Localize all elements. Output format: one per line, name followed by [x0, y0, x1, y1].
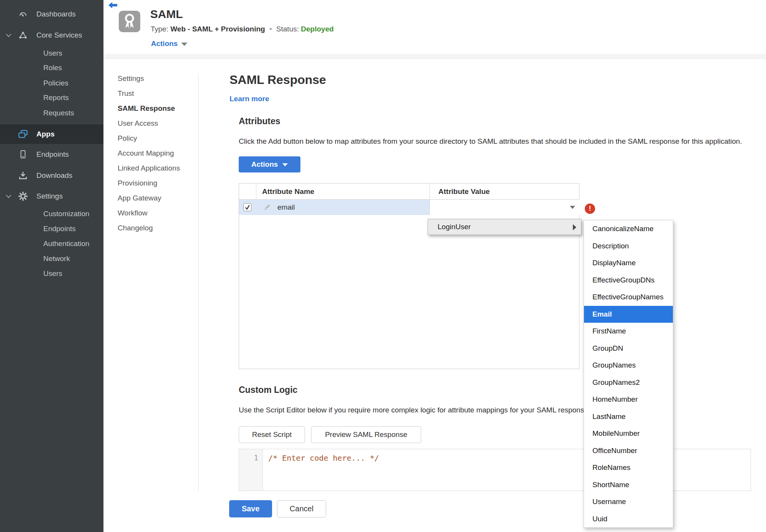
chevron-down-icon [6, 32, 11, 37]
sidebar-item-customization[interactable]: Customization [0, 206, 103, 222]
subnav-user-access[interactable]: User Access [118, 116, 180, 131]
custom-logic-heading: Custom Logic [239, 385, 297, 395]
page-title: SAML Response [230, 73, 326, 87]
app-title: SAML [150, 8, 183, 21]
option-description[interactable]: Description [584, 238, 673, 255]
sidebar-label-endpoints: Endpoints [36, 150, 69, 159]
subnav-provisioning[interactable]: Provisioning [118, 176, 180, 190]
save-button[interactable]: Save [229, 500, 272, 517]
header-actions-menu[interactable]: Actions [151, 39, 187, 48]
option-email[interactable]: Email [584, 306, 673, 323]
attribute-options-menu: CanonicalizeName Description DisplayName… [584, 220, 673, 528]
subnav-account-mapping[interactable]: Account Mapping [118, 146, 180, 161]
type-label: Type: [151, 25, 168, 33]
learn-more-link[interactable]: Learn more [230, 95, 269, 103]
edit-pencil-icon[interactable] [263, 203, 271, 213]
option-officenumber[interactable]: OfficeNumber [584, 442, 673, 460]
sidebar-item-endpoints[interactable]: Endpoints [0, 147, 103, 162]
sidebar-label-settings: Settings [36, 192, 63, 200]
chevron-right-icon [573, 224, 576, 230]
option-groupnames2[interactable]: GroupNames2 [584, 374, 673, 391]
sidebar-item-users[interactable]: Users [0, 46, 103, 61]
meta-separator: • [267, 25, 274, 33]
attributes-actions-button[interactable]: Actions [239, 156, 300, 172]
sidebar: Dashboards Core Services Users Roles Pol… [0, 0, 103, 532]
row-checkbox[interactable] [243, 203, 251, 211]
option-firstname[interactable]: FirstName [584, 323, 673, 340]
attributes-heading: Attributes [239, 116, 280, 126]
chevron-down-icon [181, 43, 187, 46]
option-effectivegroupdns[interactable]: EffectiveGroupDNs [584, 272, 673, 289]
header-divider [103, 54, 766, 59]
dropdown-loginuser-item[interactable]: LoginUser [428, 219, 581, 235]
content-divider [198, 75, 198, 491]
sidebar-item-policies[interactable]: Policies [0, 76, 103, 91]
sidebar-item-downloads[interactable]: Downloads [0, 168, 103, 183]
script-editor[interactable]: 1 /* Enter code here... */ [239, 449, 751, 491]
option-uuid[interactable]: Uuid [584, 511, 673, 528]
attribute-value-dropdown[interactable] [430, 200, 580, 215]
apps-icon [18, 129, 28, 140]
core-services-icon [18, 30, 28, 41]
status-badge: Deployed [301, 25, 334, 33]
option-effectivegroupnames[interactable]: EffectiveGroupNames [584, 289, 673, 306]
attributes-description: Click the Add button below to map attrib… [239, 137, 742, 146]
chevron-down-icon [282, 163, 288, 166]
sidebar-item-authentication[interactable]: Authentication [0, 236, 103, 251]
sidebar-item-settings-endpoints[interactable]: Endpoints [0, 221, 103, 236]
option-groupdn[interactable]: GroupDN [584, 340, 673, 357]
table-row-email[interactable]: email [239, 200, 579, 215]
sidebar-item-apps[interactable]: Apps [0, 125, 103, 144]
sidebar-label-core-services: Core Services [36, 31, 82, 39]
sidebar-label-apps: Apps [36, 130, 55, 138]
gauge-icon [18, 9, 28, 20]
sidebar-item-requests[interactable]: Requests [0, 105, 103, 121]
sidebar-label-downloads: Downloads [36, 171, 72, 180]
option-mobilenumber[interactable]: MobileNumber [584, 425, 673, 442]
cancel-button[interactable]: Cancel [277, 500, 326, 517]
download-icon [18, 170, 28, 181]
sidebar-item-core-services[interactable]: Core Services [0, 28, 103, 43]
subnav-trust[interactable]: Trust [118, 86, 180, 101]
gear-icon [18, 191, 28, 202]
option-canonicalizename[interactable]: CanonicalizeName [584, 220, 673, 238]
sidebar-label-dashboards: Dashboards [36, 10, 75, 18]
subnav-workflow[interactable]: Workflow [118, 205, 180, 220]
chevron-down-icon [570, 206, 575, 209]
preview-saml-response-button[interactable]: Preview SAML Response [311, 426, 421, 443]
option-username[interactable]: Username [584, 493, 673, 511]
chevron-down-icon [6, 193, 11, 198]
status-label: Status: [276, 25, 299, 33]
subnav-saml-response[interactable]: SAML Response [118, 101, 180, 116]
editor-code[interactable]: /* Enter code here... */ [268, 453, 379, 463]
line-number: 1 [239, 453, 258, 462]
sidebar-item-reports[interactable]: Reports [0, 90, 103, 105]
option-displayname[interactable]: DisplayName [584, 255, 673, 272]
option-shortname[interactable]: ShortName [584, 476, 673, 494]
app-subnav: Settings Trust SAML Response User Access… [118, 71, 180, 235]
subnav-app-gateway[interactable]: App Gateway [118, 190, 180, 205]
custom-logic-description: Use the Script Editor below if you requi… [239, 406, 590, 414]
option-lastname[interactable]: LastName [584, 408, 673, 425]
option-homenumber[interactable]: HomeNumber [584, 391, 673, 408]
back-arrow-icon[interactable] [108, 2, 118, 10]
editor-gutter: 1 [239, 449, 263, 491]
device-icon [18, 149, 28, 160]
subnav-policy[interactable]: Policy [118, 131, 180, 146]
option-groupnames[interactable]: GroupNames [584, 357, 673, 374]
subnav-changelog[interactable]: Changelog [118, 220, 180, 235]
sidebar-item-roles[interactable]: Roles [0, 60, 103, 76]
subnav-settings[interactable]: Settings [118, 71, 180, 86]
validation-error-icon: ! [585, 204, 595, 214]
attributes-table: Attribute Name Attribute Value email [239, 183, 579, 369]
saml-app-icon [119, 11, 140, 32]
type-value: Web - SAML + Provisioning [171, 25, 265, 33]
sidebar-item-settings-users[interactable]: Users [0, 266, 103, 281]
option-rolenames[interactable]: RoleNames [584, 459, 673, 476]
reset-script-button[interactable]: Reset Script [239, 426, 305, 443]
sidebar-item-dashboards[interactable]: Dashboards [0, 7, 103, 22]
subnav-linked-applications[interactable]: Linked Applications [118, 161, 180, 176]
attribute-name-cell: email [277, 200, 295, 215]
sidebar-item-settings[interactable]: Settings [0, 189, 103, 204]
sidebar-item-network[interactable]: Network [0, 251, 103, 266]
